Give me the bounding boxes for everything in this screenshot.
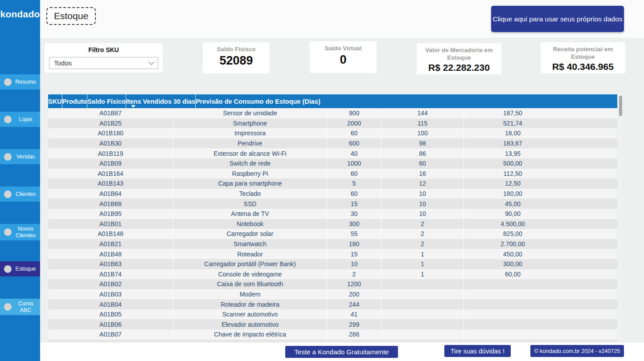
bullet-icon — [4, 191, 12, 198]
cell-itens-vendidos: 144 — [381, 108, 464, 118]
table-row[interactable]: A01B74 Console de videogame 2 1 60,00 — [48, 269, 617, 280]
table-vertical-scrollbar[interactable] — [619, 94, 623, 342]
cell-saldo-fisico: 180 — [327, 239, 381, 249]
scrollbar-thumb[interactable] — [619, 96, 622, 116]
use-own-data-button[interactable]: Clique aqui para usar seus próprios dado… — [491, 6, 624, 32]
sidebar-item-label: Vendas — [15, 154, 40, 160]
table-row[interactable]: A01B06 Elevador automotivo 299 — [48, 319, 617, 329]
sku-filter-value: Todos — [54, 59, 72, 67]
kpi-value: R$ 40.346.965 — [541, 61, 625, 72]
table-row[interactable]: A01B164 Raspberry Pi 60 16 112,50 — [48, 169, 617, 179]
cell-sku: A01B25 — [48, 118, 173, 129]
sidebar-item-label: Estoque — [15, 266, 40, 272]
table-row[interactable]: A01B148 Carregador solar 55 2 825,00 — [48, 229, 617, 239]
cell-saldo-fisico: 5 — [327, 178, 381, 189]
cell-sku: A01B48 — [48, 249, 173, 259]
table-row[interactable]: A01B180 Impressora 60 100 18,00 — [48, 128, 617, 138]
table-row[interactable]: A01B08 Adaptador USB — [48, 340, 617, 342]
bullet-icon — [4, 303, 12, 311]
cell-previsao-consumo — [464, 279, 617, 289]
table-column-header[interactable]: Saldo Físico — [87, 94, 125, 108]
table-row[interactable]: A01B68 SSD 15 10 45,00 — [48, 199, 617, 209]
sidebar-item-label: Lojas — [15, 116, 40, 122]
table-body: A01B87 Sensor de umidade 900 144 187,50 … — [48, 108, 617, 342]
sidebar-item[interactable]: Estoque — [0, 261, 40, 276]
bullet-icon — [4, 228, 12, 236]
table-row[interactable]: A01B48 Roteador 15 1 450,00 — [48, 249, 617, 259]
cell-saldo-fisico: 1000 — [327, 158, 381, 169]
cell-produto: Capa para smartphone — [173, 178, 327, 189]
cell-saldo-fisico: 2000 — [327, 118, 381, 129]
sku-filter-dropdown[interactable]: Todos — [49, 57, 158, 69]
sidebar-item[interactable]: Curva ABC — [0, 299, 40, 315]
cell-produto: Impressora — [173, 128, 327, 138]
cell-itens-vendidos — [381, 340, 464, 342]
cell-sku: A01B06 — [48, 319, 173, 329]
table-row[interactable]: A01B02 Caixa de som Bluetooth 1200 — [48, 279, 617, 289]
kpi-label: Receita potencial em Estoque — [541, 42, 625, 61]
cell-itens-vendidos: 98 — [381, 138, 464, 149]
table-row[interactable]: A01B63 Carregador portátil (Power Bank) … — [48, 259, 617, 269]
cell-produto: Carregador solar — [173, 229, 327, 239]
sidebar-item[interactable]: Clientes — [0, 187, 40, 202]
sku-filter-label: Filtro SKU — [45, 43, 163, 53]
cell-previsao-consumo: 4.500,00 — [464, 219, 617, 229]
table-column-header[interactable]: Itens Vendidos 30 dias — [126, 94, 196, 108]
table-row[interactable]: A01B64 Teclado 60 10 180,00 — [48, 189, 617, 199]
column-header-label: Previsão de Consumo do Estoque (Dias) — [196, 98, 320, 105]
cell-itens-vendidos: 1 — [381, 249, 464, 259]
help-button[interactable]: Tire suas dúvidas ! — [444, 345, 511, 357]
cell-sku: A01B119 — [48, 148, 173, 158]
cell-saldo-fisico: 299 — [327, 319, 381, 329]
column-header-label: SKU — [48, 98, 62, 105]
cell-produto: Modem — [173, 289, 327, 300]
sidebar-item[interactable]: Vendas — [0, 149, 40, 164]
sidebar: kondado Resumo Lojas — [0, 0, 40, 361]
table-row[interactable]: A01B25 Smartphone 2000 115 521,74 — [48, 118, 617, 129]
table-row[interactable]: A01B07 Chave de impacto elétrica 286 — [48, 329, 617, 340]
cell-saldo-fisico: 300 — [327, 219, 381, 229]
table-row[interactable]: A01B143 Capa para smartphone 5 12 12,50 — [48, 178, 617, 189]
table-row[interactable]: A01B05 Scanner automotivo 41 — [48, 309, 617, 320]
cell-saldo-fisico: 60 — [327, 189, 381, 199]
table-column-header[interactable]: Previsão de Consumo do Estoque (Dias) — [195, 94, 320, 108]
cell-produto: Carregador portátil (Power Bank) — [173, 259, 327, 269]
cell-produto: Teclado — [173, 189, 327, 199]
table-column-header[interactable]: SKU — [48, 94, 62, 108]
cell-itens-vendidos — [381, 329, 464, 340]
bullet-icon — [4, 116, 12, 123]
table-row[interactable]: A01B03 Modem 200 — [48, 289, 617, 300]
cell-produto: Pendrive — [173, 138, 327, 149]
table-column-header[interactable]: Produto — [62, 94, 87, 108]
table-row[interactable]: A01B01 Notebook 300 2 4.500,00 — [48, 219, 617, 229]
table-row[interactable]: A01B09 Switch de rede 1000 60 500,00 — [48, 158, 617, 169]
cell-previsao-consumo: 450,00 — [464, 249, 617, 259]
cell-produto: Notebook — [173, 219, 327, 229]
table-row[interactable]: A01B95 Antena de TV 30 10 90,00 — [48, 209, 617, 219]
cell-produto: Scanner automotivo — [173, 309, 327, 320]
cell-produto: Smartphone — [173, 118, 327, 129]
table-row[interactable]: A01B21 Smartwatch 180 2 2.700,00 — [48, 239, 617, 249]
cell-previsao-consumo: 13,95 — [464, 148, 617, 158]
cell-produto: Smartwatch — [173, 239, 327, 249]
kpi-valor-mercadoria: Valor de Mercadoria em Estoque R$ 22.282… — [417, 43, 501, 74]
table-row[interactable]: A01B04 Roteador de madeira 244 — [48, 299, 617, 309]
table-row[interactable]: A01B30 Pendrive 600 98 183,67 — [48, 138, 617, 149]
cell-sku: A01B05 — [48, 309, 173, 320]
column-header-label: Itens Vendidos 30 dias — [126, 98, 196, 105]
table-row[interactable]: A01B87 Sensor de umidade 900 144 187,50 — [48, 108, 617, 118]
sidebar-item[interactable]: Resumo — [0, 74, 40, 89]
kpi-receita-potencial: Receita potencial em Estoque R$ 40.346.9… — [541, 42, 625, 73]
sidebar-item[interactable]: Novos Clientes — [0, 224, 40, 240]
cell-previsao-consumo: 60,00 — [464, 269, 617, 280]
trial-button[interactable]: Teste a Kondado Gratuitamente — [285, 346, 398, 358]
table-row[interactable]: A01B119 Extensor de alcance Wi-Fi 40 86 … — [48, 148, 617, 158]
cell-saldo-fisico: 900 — [327, 108, 381, 118]
cell-produto: SSD — [173, 199, 327, 209]
cell-produto: Raspberry Pi — [173, 169, 327, 179]
cell-itens-vendidos: 10 — [381, 209, 464, 219]
copyright-link[interactable]: © kondado.com.br 2024 - v240725 — [530, 345, 624, 357]
cell-saldo-fisico: 200 — [327, 289, 381, 300]
sidebar-item[interactable]: Lojas — [0, 112, 40, 127]
cell-previsao-consumo — [464, 309, 617, 320]
